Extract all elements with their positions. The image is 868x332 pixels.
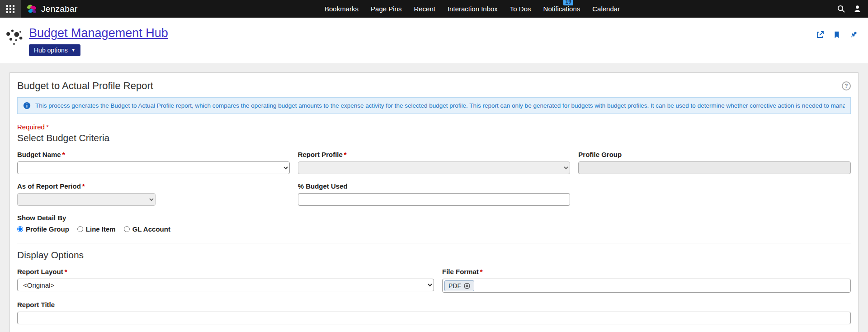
page-title: Budget to Actual Profile Report: [17, 80, 153, 92]
report-profile-label: Report Profile*: [298, 151, 571, 158]
required-asterisk: *: [62, 151, 65, 158]
budget-name-label: Budget Name*: [17, 151, 290, 158]
required-asterisk: *: [480, 268, 483, 275]
hub-title-link[interactable]: Budget Management Hub: [29, 26, 168, 40]
user-menu-button[interactable]: [853, 5, 862, 13]
card-head: Budget to Actual Profile Report ?: [10, 73, 858, 96]
section-divider: [17, 243, 851, 243]
nav-notifications-label: Notifications: [543, 5, 580, 13]
notifications-count-badge: 19: [563, 0, 573, 5]
hub-meta: Budget Management Hub Hub options ▼: [29, 22, 168, 63]
jenzabar-brand[interactable]: Jenzabar: [26, 4, 78, 14]
required-asterisk: *: [82, 182, 85, 190]
hub-options-button[interactable]: Hub options ▼: [29, 44, 80, 56]
required-asterisk: *: [65, 268, 67, 275]
info-icon: [23, 102, 31, 109]
nav-page-pins[interactable]: Page Pins: [371, 5, 401, 13]
radio-profile-group-label: Profile Group: [26, 225, 69, 233]
as-of-report-period-label: As of Report Period*: [17, 182, 290, 190]
report-card: Budget to Actual Profile Report ? This p…: [9, 72, 859, 332]
jenzabar-logo-icon: [26, 4, 38, 14]
topbar: Jenzabar Bookmarks Page Pins Recent Inte…: [0, 0, 868, 18]
report-title-input[interactable]: [17, 312, 851, 324]
radio-gl-account-label: GL Account: [132, 225, 170, 233]
pct-budget-used-field: % Budget Used: [298, 182, 571, 206]
file-format-chip-label: PDF: [448, 282, 461, 289]
bookmark-page-button[interactable]: [833, 30, 841, 39]
pushpin-icon: [849, 30, 858, 39]
nav-bookmarks[interactable]: Bookmarks: [325, 5, 359, 13]
report-layout-select[interactable]: <Original>: [17, 279, 434, 291]
topbar-right: [837, 5, 862, 13]
file-format-field: File Format* PDF: [442, 268, 851, 293]
criteria-form: Budget Name* Report Profile* Profile Gro…: [17, 151, 851, 324]
show-detail-by-radios: Profile Group Line Item GL Account: [17, 225, 851, 233]
open-new-window-button[interactable]: [816, 30, 825, 39]
section-display-options: Display Options: [17, 250, 844, 261]
as-of-report-period-select[interactable]: [17, 193, 156, 206]
info-banner: This process generates the Budget to Act…: [17, 97, 851, 114]
report-title-field: Report Title: [17, 301, 851, 324]
nav-to-dos[interactable]: To Dos: [510, 5, 531, 13]
hub-options-label: Hub options: [34, 47, 68, 54]
radio-gl-account-input[interactable]: [124, 226, 130, 232]
report-profile-field: Report Profile*: [298, 151, 571, 174]
info-banner-text: This process generates the Budget to Act…: [35, 102, 845, 109]
file-format-label: File Format*: [442, 268, 851, 275]
nav-interaction-inbox[interactable]: Interaction Inbox: [448, 5, 498, 13]
hub-graph-icon: [5, 22, 25, 63]
search-icon: [837, 5, 845, 13]
radio-profile-group[interactable]: Profile Group: [17, 225, 69, 233]
hub-actions: [816, 22, 858, 63]
show-detail-by-label: Show Detail By: [17, 214, 851, 222]
budget-name-field: Budget Name*: [17, 151, 290, 174]
required-asterisk: *: [344, 151, 347, 158]
budget-name-select[interactable]: [17, 161, 290, 174]
section-select-budget-criteria: Select Budget Criteria: [17, 133, 851, 143]
page: Budget to Actual Profile Report ? This p…: [0, 63, 868, 332]
user-icon: [853, 5, 862, 13]
report-profile-select[interactable]: [298, 161, 571, 174]
top-nav: Bookmarks Page Pins Recent Interaction I…: [325, 0, 620, 18]
report-title-label: Report Title: [17, 301, 851, 308]
profile-group-label: Profile Group: [578, 151, 851, 158]
as-of-report-period-field: As of Report Period*: [17, 182, 290, 206]
search-button[interactable]: [837, 5, 845, 13]
profile-group-input[interactable]: [578, 161, 851, 174]
report-layout-label: Report Layout*: [17, 268, 434, 275]
brand-name: Jenzabar: [41, 4, 78, 14]
help-icon[interactable]: ?: [842, 81, 851, 90]
profile-group-field: Profile Group: [578, 151, 851, 174]
file-format-chip: PDF: [444, 280, 474, 291]
hub-header: Budget Management Hub Hub options ▼: [0, 18, 868, 63]
radio-profile-group-input[interactable]: [17, 226, 23, 232]
file-format-input[interactable]: PDF: [442, 279, 851, 293]
required-asterisk: *: [46, 123, 49, 131]
app-launcher-button[interactable]: [0, 0, 21, 18]
radio-line-item[interactable]: Line Item: [77, 225, 116, 233]
required-note: Required*: [17, 123, 851, 131]
report-layout-field: Report Layout* <Original>: [17, 268, 434, 293]
apps-grid-icon: [6, 5, 14, 13]
nav-calendar[interactable]: Calendar: [592, 5, 620, 13]
pct-budget-used-input[interactable]: [298, 193, 571, 206]
radio-line-item-label: Line Item: [86, 225, 116, 233]
remove-chip-icon[interactable]: [464, 283, 470, 289]
radio-gl-account[interactable]: GL Account: [124, 225, 170, 233]
bookmark-icon: [833, 30, 841, 39]
show-detail-by-field: Show Detail By Profile Group Line Item G…: [17, 214, 851, 233]
nav-recent[interactable]: Recent: [414, 5, 435, 13]
external-link-icon: [816, 30, 825, 39]
radio-line-item-input[interactable]: [77, 226, 83, 232]
chevron-down-icon: ▼: [71, 48, 75, 52]
nav-notifications[interactable]: 19 Notifications: [543, 5, 580, 13]
pin-page-button[interactable]: [849, 30, 858, 39]
pct-budget-used-label: % Budget Used: [298, 182, 571, 190]
